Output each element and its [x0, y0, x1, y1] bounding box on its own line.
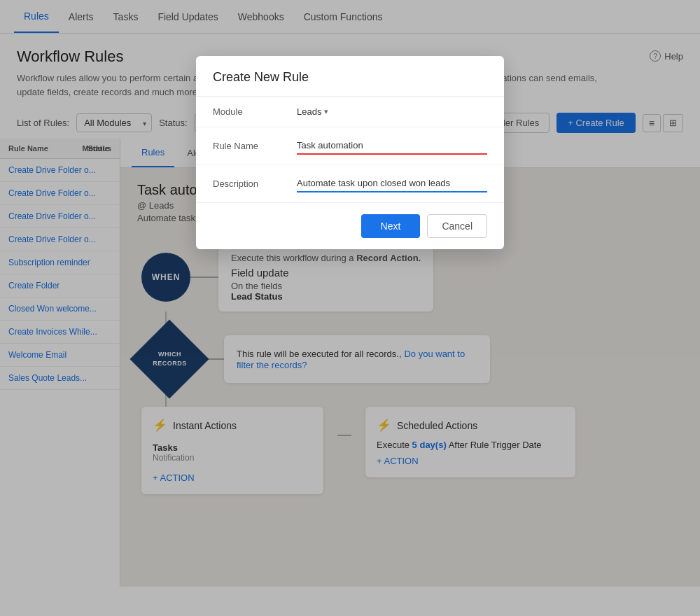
- description-label: Description: [213, 178, 297, 189]
- module-value-wrapper[interactable]: Leads ▾: [297, 106, 328, 117]
- module-dropdown-icon: ▾: [324, 107, 328, 116]
- modal-footer: Next Cancel: [196, 203, 504, 249]
- rule-name-label: Rule Name: [213, 141, 297, 151]
- create-new-rule-modal: Create New Rule Module Leads ▾ Rule Name…: [196, 56, 504, 249]
- module-label: Module: [213, 106, 297, 117]
- modal-body: Module Leads ▾ Rule Name Description: [196, 97, 504, 203]
- module-value: Leads: [297, 106, 321, 117]
- next-button[interactable]: Next: [361, 214, 421, 238]
- description-input[interactable]: [297, 175, 487, 192]
- cancel-button[interactable]: Cancel: [427, 214, 487, 238]
- modal-overlay: Create New Rule Module Leads ▾ Rule Name…: [0, 0, 700, 587]
- rule-name-field-row: Rule Name: [196, 127, 504, 165]
- modal-header: Create New Rule: [196, 56, 504, 97]
- rule-name-input[interactable]: [297, 137, 487, 155]
- module-field-row: Module Leads ▾: [196, 97, 504, 127]
- modal-title: Create New Rule: [213, 70, 487, 85]
- description-field-row: Description: [196, 165, 504, 203]
